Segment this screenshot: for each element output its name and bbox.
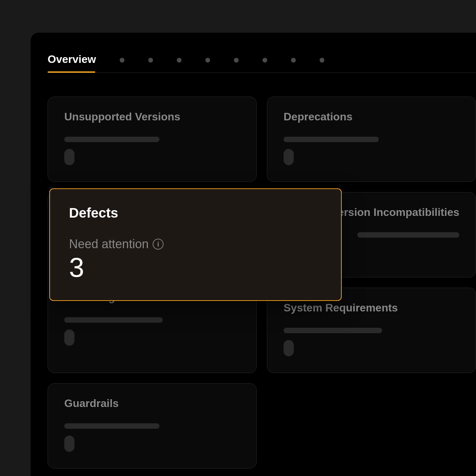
card-defects-highlight[interactable]: Defects Need attention i 3 <box>49 188 342 301</box>
highlight-count: 3 <box>69 254 322 281</box>
skeleton-placeholder <box>64 317 163 323</box>
tab-placeholder[interactable] <box>205 58 210 63</box>
skeleton-placeholder <box>357 232 459 238</box>
highlight-subtitle-row: Need attention i <box>69 237 322 251</box>
tab-overview[interactable]: Overview <box>48 53 96 67</box>
tab-placeholder[interactable] <box>120 58 124 63</box>
card-title: System Requirements <box>284 302 459 314</box>
card-unsupported-versions[interactable]: Unsupported Versions <box>48 97 257 182</box>
highlight-subtitle: Need attention <box>69 237 149 251</box>
card-title: Guardrails <box>64 397 240 410</box>
tab-placeholder[interactable] <box>320 58 324 63</box>
skeleton-placeholder <box>284 328 382 333</box>
skeleton-placeholder <box>64 137 159 142</box>
tab-placeholder[interactable] <box>291 58 296 63</box>
skeleton-placeholder <box>284 340 294 356</box>
card-title: Deprecations <box>284 111 459 123</box>
highlight-title: Defects <box>69 205 322 221</box>
card-guardrails[interactable]: Guardrails <box>48 383 257 469</box>
skeleton-placeholder <box>64 423 159 429</box>
skeleton-placeholder <box>64 149 74 165</box>
skeleton-placeholder <box>64 436 74 452</box>
tab-placeholder[interactable] <box>262 58 267 63</box>
tab-placeholder[interactable] <box>148 58 153 63</box>
skeleton-placeholder <box>284 137 379 142</box>
tab-placeholder[interactable] <box>234 58 239 63</box>
card-title: Unsupported Versions <box>64 111 240 123</box>
info-icon[interactable]: i <box>153 239 164 250</box>
tab-overview-label: Overview <box>48 53 96 65</box>
tabs-bar: Overview <box>48 53 476 73</box>
tab-placeholder[interactable] <box>177 58 182 63</box>
skeleton-placeholder <box>284 149 294 165</box>
tab-active-underline <box>48 71 95 73</box>
skeleton-placeholder <box>64 329 74 346</box>
card-deprecations[interactable]: Deprecations <box>267 97 476 182</box>
